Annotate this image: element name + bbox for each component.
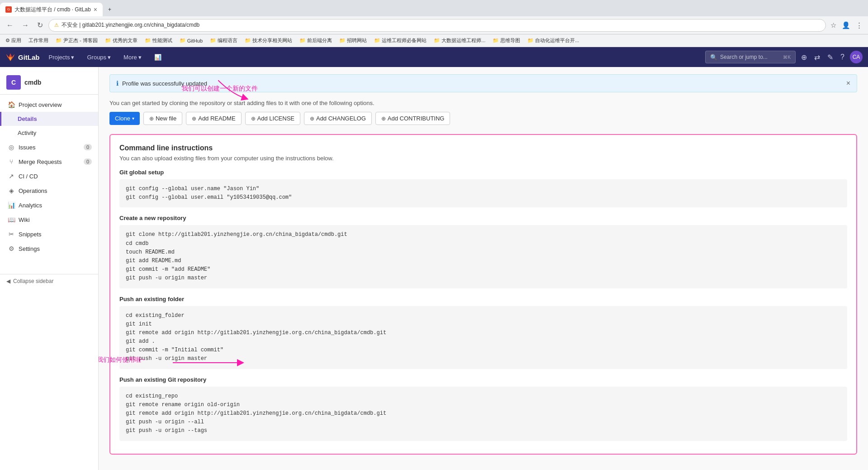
add-license-icon: ⊕ bbox=[251, 115, 256, 122]
gitlab-logo-icon bbox=[5, 52, 15, 62]
add-icon[interactable]: ⊕ bbox=[799, 51, 809, 63]
refresh-button[interactable]: ↻ bbox=[34, 19, 46, 31]
bookmark-mindmap[interactable]: 📁 思维导图 bbox=[491, 36, 522, 45]
operations-icon: ◈ bbox=[8, 187, 15, 194]
issues-icon[interactable]: ✎ bbox=[825, 51, 835, 63]
menu-btn[interactable]: ⋮ bbox=[854, 19, 864, 31]
settings-icon: ⚙ bbox=[8, 245, 15, 252]
gitlab-logo[interactable]: GitLab bbox=[5, 52, 40, 62]
sidebar-item-cicd-label: CI / CD bbox=[19, 173, 38, 180]
bookmark-bigdata[interactable]: 📁 大数据运维工程师... bbox=[432, 36, 487, 45]
new-file-icon: ⊕ bbox=[149, 115, 154, 122]
cmdline-title: Command line instructions bbox=[119, 144, 847, 152]
sidebar-item-details[interactable]: Details bbox=[0, 112, 98, 126]
browser-toolbar: ← → ↻ ⚠ 不安全 | gitlab201.yinzhengjie.org.… bbox=[0, 16, 868, 34]
collapse-sidebar-btn[interactable]: ◀ Collapse sidebar bbox=[0, 274, 98, 288]
notification-banner: ℹ Profile was successfully updated × bbox=[109, 74, 857, 92]
bookmark-perf[interactable]: 📁 性能测试 bbox=[143, 36, 174, 45]
add-readme-btn[interactable]: ⊕ Add README bbox=[186, 112, 241, 125]
bookmark-blog[interactable]: 📁 尹正杰 - 博客园 bbox=[54, 36, 100, 45]
bookmark-star-btn[interactable]: ☆ bbox=[829, 19, 838, 31]
cmdline-section-2-title: Push an existing folder bbox=[119, 296, 847, 302]
add-contributing-btn[interactable]: ⊕ Add CONTRIBUTING bbox=[375, 112, 451, 125]
browser-chrome: G 大数据运维平台 / cmdb · GitLab × + ← → ↻ ⚠ 不安… bbox=[0, 0, 868, 47]
sidebar-item-merge-requests[interactable]: ⑂ Merge Requests 0 bbox=[0, 154, 98, 169]
browser-toolbar-icons: ☆ 👤 ⋮ bbox=[829, 19, 864, 31]
bookmark-work[interactable]: 工作常用 bbox=[27, 36, 50, 45]
sidebar-item-issues-label: Issues bbox=[19, 144, 36, 151]
cmdline-section-2-code: cd existing_folder git init git remote a… bbox=[119, 306, 847, 369]
sidebar-item-wiki[interactable]: 📖 Wiki bbox=[0, 212, 98, 227]
nav-groups[interactable]: Groups ▾ bbox=[83, 52, 114, 62]
collapse-icon: ◀ bbox=[6, 278, 10, 284]
bookmark-apps[interactable]: ⚙ 应用 bbox=[4, 36, 23, 45]
bookmark-articles[interactable]: 📁 优秀的文章 bbox=[103, 36, 139, 45]
sidebar-item-project-overview[interactable]: 🏠 Project overview bbox=[0, 97, 98, 112]
tab-title: 大数据运维平台 / cmdb · GitLab bbox=[14, 6, 91, 14]
user-avatar[interactable]: CA bbox=[850, 51, 863, 63]
bookmarks-bar: ⚙ 应用 工作常用 📁 尹正杰 - 博客园 📁 优秀的文章 📁 性能测试 📁 G… bbox=[0, 34, 868, 47]
cmdline-section-3-code: cd existing_repo git remote rename origi… bbox=[119, 387, 847, 441]
sidebar-item-cicd[interactable]: ↗ CI / CD bbox=[0, 169, 98, 183]
new-file-btn[interactable]: ⊕ New file bbox=[143, 112, 182, 125]
bookmark-ops[interactable]: 📁 运维工程师必备网站 bbox=[372, 36, 428, 45]
add-license-btn[interactable]: ⊕ Add LICENSE bbox=[245, 112, 300, 125]
cmdline-box: Command line instructions You can also u… bbox=[109, 134, 857, 455]
address-bar[interactable]: ⚠ 不安全 | gitlab201.yinzhengjie.org.cn/chi… bbox=[48, 19, 826, 32]
active-tab[interactable]: G 大数据运维平台 / cmdb · GitLab × bbox=[0, 3, 103, 16]
page-layout: C cmdb 🏠 Project overview Details Activi… bbox=[0, 67, 868, 470]
project-overview-icon: 🏠 bbox=[8, 101, 15, 108]
sidebar-item-operations[interactable]: ◈ Operations bbox=[0, 183, 98, 198]
analytics-icon: 📊 bbox=[8, 201, 15, 209]
help-icon[interactable]: ? bbox=[839, 51, 846, 63]
notification-close-btn[interactable]: × bbox=[846, 79, 850, 87]
tab-close-btn[interactable]: × bbox=[94, 6, 97, 13]
info-icon: ℹ bbox=[116, 80, 119, 87]
bookmark-jobs[interactable]: 📁 招聘网站 bbox=[337, 36, 369, 45]
browser-tabs: G 大数据运维平台 / cmdb · GitLab × + bbox=[0, 0, 868, 16]
insecure-icon: ⚠ bbox=[54, 22, 59, 28]
nav-more[interactable]: More ▾ bbox=[120, 52, 145, 62]
new-tab-btn[interactable]: + bbox=[103, 3, 117, 16]
add-readme-icon: ⊕ bbox=[192, 115, 196, 122]
snippets-icon: ✂ bbox=[8, 230, 15, 238]
sidebar-item-snippets-label: Snippets bbox=[19, 231, 42, 238]
tab-favicon: G bbox=[5, 6, 12, 13]
sidebar-project-header: C cmdb bbox=[0, 71, 98, 95]
bookmark-autoops[interactable]: 📁 自动化运维平台开... bbox=[526, 36, 581, 45]
cmdline-section-1-title: Create a new repository bbox=[119, 215, 847, 221]
sidebar-item-issues[interactable]: ◎ Issues 0 bbox=[0, 140, 98, 154]
header-right: 🔍 Search or jump to... ⌘K ⊕ ⇄ ✎ ? CA bbox=[705, 51, 863, 63]
search-shortcut: ⌘K bbox=[783, 55, 791, 60]
search-bar[interactable]: 🔍 Search or jump to... ⌘K bbox=[705, 51, 796, 63]
cmdline-section-1: Create a new repository git clone http:/… bbox=[119, 215, 847, 288]
sidebar-item-activity-label: Activity bbox=[18, 129, 36, 136]
sidebar-item-analytics[interactable]: 📊 Analytics bbox=[0, 198, 98, 212]
address-text: 不安全 | gitlab201.yinzhengjie.org.cn/china… bbox=[62, 21, 820, 29]
bookmark-github[interactable]: 📁 GitHub bbox=[178, 37, 204, 44]
profile-btn[interactable]: 👤 bbox=[840, 19, 852, 31]
wiki-icon: 📖 bbox=[8, 216, 15, 223]
add-changelog-btn[interactable]: ⊕ Add CHANGELOG bbox=[304, 112, 372, 125]
cicd-icon: ↗ bbox=[8, 173, 15, 180]
clone-btn[interactable]: Clone ▾ bbox=[109, 112, 140, 125]
bookmark-tech[interactable]: 📁 技术分享相关网站 bbox=[243, 36, 294, 45]
back-button[interactable]: ← bbox=[4, 19, 16, 31]
bookmark-programming[interactable]: 📁 编程语言 bbox=[208, 36, 239, 45]
nav-projects[interactable]: Projects ▾ bbox=[45, 52, 78, 62]
forward-button[interactable]: → bbox=[19, 19, 32, 31]
sidebar-item-settings[interactable]: ⚙ Settings bbox=[0, 241, 98, 256]
merge-requests-icon: ⑂ bbox=[8, 158, 15, 165]
sidebar-item-snippets[interactable]: ✂ Snippets bbox=[0, 227, 98, 241]
nav-analytics-icon[interactable]: 📊 bbox=[151, 52, 165, 62]
bookmark-frontend[interactable]: 📁 前后端分离 bbox=[298, 36, 334, 45]
add-contributing-icon: ⊕ bbox=[381, 115, 386, 122]
sidebar-item-merge-requests-label: Merge Requests bbox=[19, 158, 62, 165]
sidebar-item-details-label: Details bbox=[18, 115, 37, 122]
cmdline-subtitle: You can also upload existing files from … bbox=[119, 155, 847, 162]
sidebar-item-activity[interactable]: Activity bbox=[0, 126, 98, 140]
cmdline-wrapper: 其实这里已经告诉我们如何使用啦~ Command line instructio… bbox=[109, 134, 857, 455]
merge-request-icon[interactable]: ⇄ bbox=[812, 51, 822, 63]
issues-badge: 0 bbox=[84, 144, 92, 150]
add-changelog-icon: ⊕ bbox=[310, 115, 314, 122]
